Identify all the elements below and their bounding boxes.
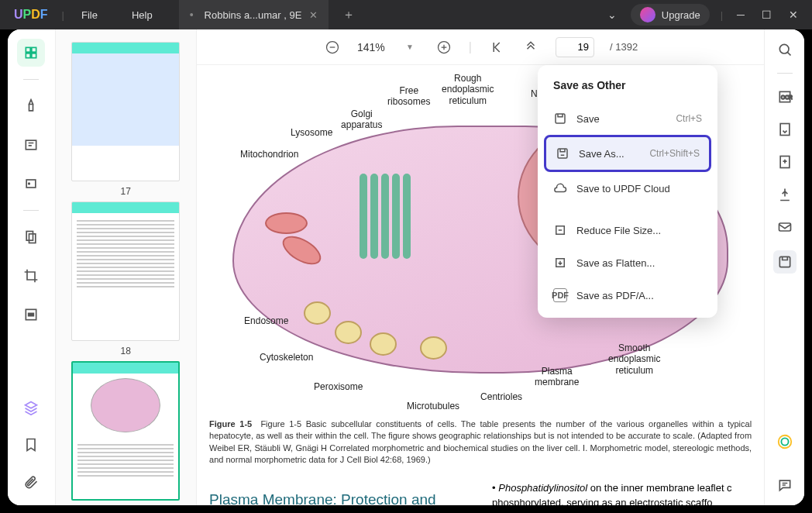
view-toolbar: 141% ▼ | / 1392 bbox=[197, 29, 764, 65]
svg-rect-3 bbox=[32, 53, 36, 58]
svg-rect-13 bbox=[558, 149, 567, 158]
zoom-dropdown-icon[interactable]: ▼ bbox=[401, 38, 419, 57]
label-smooth-er: Smooth endoplasmic reticulum bbox=[608, 343, 660, 376]
page-total: / 1392 bbox=[610, 41, 638, 53]
tab-indicator-icon: • bbox=[190, 9, 194, 21]
thumbnail-17[interactable]: 17 bbox=[71, 42, 180, 197]
pages-icon[interactable] bbox=[17, 223, 45, 251]
chevron-down-icon[interactable]: ⌄ bbox=[604, 9, 620, 21]
upgrade-button[interactable]: Upgrade bbox=[631, 4, 710, 26]
comment-icon[interactable] bbox=[776, 476, 794, 494]
ai-assistant-icon[interactable] bbox=[776, 432, 794, 451]
share-icon[interactable] bbox=[776, 185, 794, 204]
text-edit-icon[interactable] bbox=[17, 131, 45, 159]
zoom-value: 141% bbox=[357, 41, 385, 53]
close-window-icon[interactable]: ✕ bbox=[786, 9, 801, 21]
redact-icon[interactable] bbox=[17, 301, 45, 329]
menu-label: Save bbox=[576, 113, 600, 125]
label-plasma-membrane: Plasma membrane bbox=[535, 366, 579, 388]
app-logo: UPDF bbox=[0, 8, 62, 22]
highlighter-icon[interactable] bbox=[17, 92, 45, 120]
label-free-ribosomes: Free ribosomes bbox=[387, 85, 430, 108]
titlebar: UPDF | File Help • Robbins a...umar , 9E… bbox=[0, 0, 812, 29]
separator: | bbox=[721, 9, 723, 21]
menu-save-flatten[interactable]: Save as Flatten... bbox=[544, 246, 711, 279]
menu-save-cloud[interactable]: Save to UPDF Cloud bbox=[544, 172, 711, 205]
thumbnails-panel: 17 18 19 bbox=[56, 29, 198, 505]
menu-save[interactable]: Save Ctrl+S bbox=[544, 102, 711, 135]
thumbnail-18[interactable]: 18 bbox=[71, 201, 180, 356]
main-view: 141% ▼ | / 1392 Free r bbox=[197, 29, 764, 505]
maximize-icon[interactable]: ☐ bbox=[759, 9, 775, 21]
menu-help[interactable]: Help bbox=[115, 9, 170, 21]
svg-point-23 bbox=[778, 436, 791, 449]
add-tab-button[interactable]: ＋ bbox=[342, 7, 355, 23]
first-page-icon[interactable] bbox=[487, 38, 506, 57]
menu-label: Save As... bbox=[579, 148, 624, 160]
left-rail bbox=[8, 29, 56, 505]
close-icon[interactable]: ✕ bbox=[309, 9, 318, 21]
menu-reduce-size[interactable]: Reduce File Size... bbox=[544, 214, 711, 246]
pdfa-icon: PDF bbox=[553, 288, 567, 302]
svg-rect-7 bbox=[26, 232, 33, 241]
label-mitochondrion: Mitochondrion bbox=[240, 149, 298, 160]
svg-rect-2 bbox=[26, 53, 31, 58]
form-icon[interactable] bbox=[17, 170, 45, 198]
prev-page-icon[interactable] bbox=[521, 38, 540, 57]
search-icon[interactable] bbox=[776, 40, 794, 59]
document-tab[interactable]: • Robbins a...umar , 9E ✕ bbox=[179, 0, 329, 29]
svg-point-6 bbox=[29, 183, 30, 184]
upgrade-label: Upgrade bbox=[662, 9, 700, 21]
save-as-other-popup: Save as Other Save Ctrl+S Save As... Ctr… bbox=[538, 65, 717, 318]
menu-label: Save as PDF/A... bbox=[576, 290, 654, 301]
label-centrioles: Centrioles bbox=[480, 391, 522, 402]
page-input[interactable] bbox=[556, 37, 594, 57]
ocr-icon[interactable]: OCR bbox=[776, 88, 794, 106]
svg-rect-1 bbox=[32, 47, 36, 52]
svg-rect-12 bbox=[556, 114, 565, 123]
label-rough-er: Rough endoplasmic reticulum bbox=[442, 73, 494, 106]
right-rail: OCR bbox=[764, 29, 804, 505]
attachment-icon[interactable] bbox=[17, 468, 45, 496]
svg-rect-21 bbox=[779, 223, 790, 231]
svg-rect-8 bbox=[29, 234, 36, 243]
save-icon bbox=[553, 112, 567, 126]
thumbnails-icon[interactable] bbox=[17, 39, 45, 67]
zoom-in-icon[interactable] bbox=[435, 38, 453, 57]
label-microtubules: Microtubules bbox=[407, 401, 459, 411]
label-golgi: Golgi apparatus bbox=[341, 108, 382, 131]
thumbnail-19[interactable]: 19 bbox=[71, 361, 180, 505]
menu-label: Reduce File Size... bbox=[576, 225, 661, 236]
popup-title: Save as Other bbox=[544, 71, 711, 102]
minimize-icon[interactable]: ─ bbox=[734, 9, 748, 21]
label-endosome: Endosome bbox=[244, 315, 288, 326]
menu-save-pdfa[interactable]: PDF Save as PDF/A... bbox=[544, 279, 711, 312]
layers-icon[interactable] bbox=[17, 394, 45, 422]
svg-point-16 bbox=[779, 44, 789, 53]
menu-label: Save as Flatten... bbox=[576, 257, 655, 269]
bookmark-icon[interactable] bbox=[17, 431, 45, 459]
crop-icon[interactable] bbox=[17, 262, 45, 290]
svg-text:OCR: OCR bbox=[781, 95, 793, 100]
tab-title: Robbins a...umar , 9E bbox=[205, 9, 302, 21]
zoom-out-icon[interactable] bbox=[323, 38, 342, 57]
menu-file[interactable]: File bbox=[64, 9, 115, 21]
svg-rect-22 bbox=[779, 256, 790, 267]
label-peroxisome: Peroxisome bbox=[314, 381, 363, 392]
save-other-icon[interactable] bbox=[773, 250, 797, 274]
section-title: Plasma Membrane: Protection and Nutrient… bbox=[209, 491, 469, 505]
menu-save-as[interactable]: Save As... Ctrl+Shift+S bbox=[544, 135, 711, 172]
svg-point-24 bbox=[781, 438, 788, 445]
body-text: • Phosphatidylinositol Phosphatidylinosi… bbox=[492, 480, 752, 505]
cloud-icon bbox=[553, 181, 567, 195]
label-cytoskeleton: Cytoskeleton bbox=[260, 352, 313, 363]
shortcut: Ctrl+S bbox=[676, 113, 702, 124]
convert-icon[interactable] bbox=[776, 120, 794, 139]
svg-rect-0 bbox=[26, 47, 31, 52]
export-icon[interactable] bbox=[776, 153, 794, 171]
flatten-icon bbox=[553, 256, 567, 270]
email-icon[interactable] bbox=[776, 218, 794, 236]
thumb-number: 17 bbox=[71, 186, 180, 197]
figure-caption: Figure 1-5 Figure 1-5 Basic subcellular … bbox=[209, 418, 752, 467]
avatar bbox=[640, 7, 655, 22]
